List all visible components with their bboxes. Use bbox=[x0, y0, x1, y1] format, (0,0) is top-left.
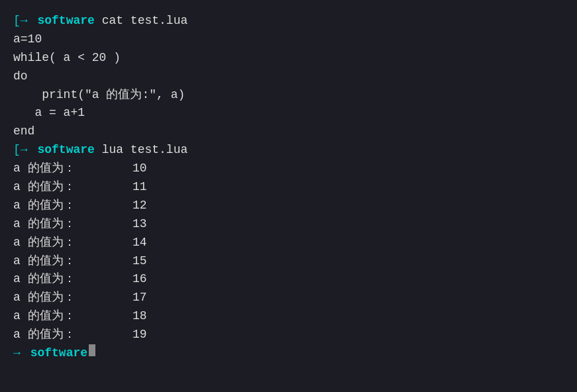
prompt-line-1: [→ software cat test.lua bbox=[13, 12, 564, 30]
prompt-command-1: cat test.lua bbox=[95, 12, 187, 30]
prompt-line-end: → software bbox=[13, 344, 564, 363]
prompt-software-1: software bbox=[37, 12, 94, 30]
code-line-6: end bbox=[13, 122, 564, 141]
output-line-15: a 的值为： 15 bbox=[13, 252, 564, 271]
prompt-arrow-end: → bbox=[13, 344, 21, 363]
output-line-17: a 的值为： 17 bbox=[13, 289, 564, 307]
prompt-arrow-2: [→ bbox=[13, 141, 28, 160]
code-line-3: do bbox=[13, 68, 564, 86]
output-line-19: a 的值为： 19 bbox=[13, 326, 564, 344]
code-line-2: while( a < 20 ) bbox=[13, 49, 564, 68]
prompt-software-2: software bbox=[37, 141, 94, 160]
output-line-16: a 的值为： 16 bbox=[13, 270, 564, 289]
output-line-10: a 的值为： 10 bbox=[13, 160, 564, 178]
terminal-cursor bbox=[89, 344, 95, 356]
code-line-4: print("a 的值为:", a) bbox=[13, 86, 564, 105]
output-line-18: a 的值为： 18 bbox=[13, 307, 564, 326]
prompt-command-2: lua test.lua bbox=[95, 141, 187, 160]
code-line-5: a = a+1 bbox=[13, 104, 564, 122]
prompt-line-2: [→ software lua test.lua bbox=[13, 141, 564, 160]
output-line-14: a 的值为： 14 bbox=[13, 234, 564, 252]
terminal-window: [→ software cat test.lua a=10 while( a <… bbox=[0, 0, 577, 392]
output-line-13: a 的值为： 13 bbox=[13, 215, 564, 234]
output-line-12: a 的值为： 12 bbox=[13, 197, 564, 215]
output-line-11: a 的值为： 11 bbox=[13, 178, 564, 197]
prompt-software-end: software bbox=[30, 344, 87, 363]
prompt-arrow-1: [→ bbox=[13, 12, 28, 30]
code-line-1: a=10 bbox=[13, 30, 564, 49]
